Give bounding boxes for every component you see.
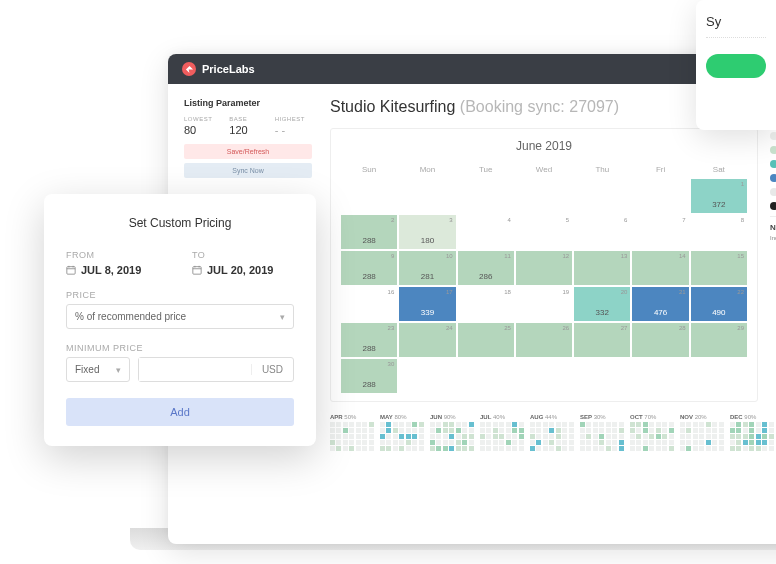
calendar-cell[interactable] [632, 359, 688, 393]
calendar-cell[interactable]: 28 [632, 323, 688, 357]
lowest-value[interactable]: 80 [184, 124, 221, 136]
calendar-day-head: Tue [458, 163, 514, 176]
mini-month-grid [480, 422, 524, 451]
from-date-value: JUL 8, 2019 [81, 264, 141, 276]
calendar-cell[interactable]: 10281 [399, 251, 455, 285]
calendar-cell[interactable] [341, 179, 397, 213]
min-price-type-select[interactable]: Fixed ▾ [66, 357, 130, 382]
currency-label: USD [251, 364, 293, 375]
listing-sync-id: (Booking sync: 27097) [460, 98, 619, 115]
base-label: BASE [229, 116, 266, 122]
mini-month-grid [380, 422, 424, 451]
calendar-cell[interactable]: 21476 [632, 287, 688, 321]
calendar-day-head: Thu [574, 163, 630, 176]
calendar-cell[interactable]: 4 [458, 215, 514, 249]
calendar-cell[interactable]: 20332 [574, 287, 630, 321]
legend-dot-icon [770, 132, 776, 140]
svg-rect-4 [193, 267, 201, 275]
calendar-cell[interactable]: 17339 [399, 287, 455, 321]
calendar-cell[interactable]: 8 [691, 215, 747, 249]
calendar-cell[interactable] [399, 179, 455, 213]
calendar-cell[interactable]: 5 [516, 215, 572, 249]
calendar-cell[interactable]: 26 [516, 323, 572, 357]
chevron-down-icon: ▾ [116, 365, 121, 375]
min-price-label: MINIMUM PRICE [66, 343, 294, 353]
calendar-month: June 2019 [341, 139, 747, 153]
mini-month[interactable]: SEP 30% [580, 414, 624, 451]
mini-month-header: AUG 44% [530, 414, 574, 420]
calendar-cell[interactable]: 11286 [458, 251, 514, 285]
from-label: FROM [66, 250, 168, 260]
calendar-cell[interactable] [516, 359, 572, 393]
mini-month[interactable]: DEC 90% [730, 414, 774, 451]
sync-now-button[interactable]: Sync Now [184, 163, 312, 178]
calendar-cell[interactable]: 18 [458, 287, 514, 321]
divider [706, 37, 766, 38]
add-button[interactable]: Add [66, 398, 294, 426]
calendar-cell[interactable] [632, 179, 688, 213]
calendar-cell[interactable]: 24 [399, 323, 455, 357]
calendar-cell[interactable] [691, 359, 747, 393]
calendar-cell[interactable]: 27 [574, 323, 630, 357]
calendar-cell[interactable] [458, 359, 514, 393]
mini-month-header: JUN 90% [430, 414, 474, 420]
mini-month[interactable]: APR 50% [330, 414, 374, 451]
legend-item: All [770, 202, 776, 210]
calendar-cell[interactable]: 7 [632, 215, 688, 249]
legend-dot-icon [770, 146, 776, 154]
price-select-value: % of recommended price [75, 311, 186, 322]
from-date-field[interactable]: JUL 8, 2019 [66, 264, 168, 276]
calendar-cell[interactable]: 2288 [341, 215, 397, 249]
calendar-cell[interactable]: 3180 [399, 215, 455, 249]
brand-name: PriceLabs [202, 63, 255, 75]
calendar-cell[interactable]: 30288 [341, 359, 397, 393]
mini-months-row: APR 50%MAY 80%JUN 90%JUL 40%AUG 44%SEP 3… [330, 414, 776, 451]
min-price-input[interactable] [139, 358, 251, 381]
mini-month[interactable]: OCT 70% [630, 414, 674, 451]
calendar-cell[interactable]: 6 [574, 215, 630, 249]
mini-month-header: JUL 40% [480, 414, 524, 420]
calendar-cell[interactable]: 9288 [341, 251, 397, 285]
legend-item: Go [770, 160, 776, 168]
calendar-cell[interactable] [458, 179, 514, 213]
highest-value[interactable]: - - [275, 124, 312, 136]
calendar-cell[interactable] [574, 359, 630, 393]
calendar: June 2019 SunMonTueWedThuFriSat 13722288… [330, 128, 758, 402]
calendar-cell[interactable]: 12 [516, 251, 572, 285]
base-value[interactable]: 120 [229, 124, 266, 136]
calendar-icon [66, 265, 76, 275]
mini-month-header: MAY 80% [380, 414, 424, 420]
legend: LoNoGoStUnAll Notes Increase Chr [770, 128, 776, 402]
mini-month-header: APR 50% [330, 414, 374, 420]
mini-month-grid [530, 422, 574, 451]
mini-month-header: DEC 90% [730, 414, 774, 420]
calendar-cell[interactable] [399, 359, 455, 393]
calendar-day-head: Wed [516, 163, 572, 176]
calendar-cell[interactable]: 29 [691, 323, 747, 357]
calendar-cell[interactable]: 14 [632, 251, 688, 285]
highest-label: HIGHEST [275, 116, 312, 122]
calendar-cell[interactable]: 15 [691, 251, 747, 285]
green-pill-button[interactable] [706, 54, 766, 78]
calendar-cell[interactable]: 25 [458, 323, 514, 357]
calendar-cell[interactable]: 13 [574, 251, 630, 285]
mini-month-grid [330, 422, 374, 451]
mini-month[interactable]: NOV 20% [680, 414, 724, 451]
calendar-cell[interactable]: 1372 [691, 179, 747, 213]
calendar-cell[interactable]: 16 [341, 287, 397, 321]
to-label: TO [192, 250, 294, 260]
to-date-field[interactable]: JUL 20, 2019 [192, 264, 294, 276]
calendar-cell[interactable] [516, 179, 572, 213]
calendar-cell[interactable]: 23288 [341, 323, 397, 357]
save-refresh-button[interactable]: Save/Refresh [184, 144, 312, 159]
brand: PriceLabs [182, 62, 255, 76]
calendar-grid[interactable]: 1372228831804567892881028111286121314151… [341, 179, 747, 393]
mini-month[interactable]: MAY 80% [380, 414, 424, 451]
mini-month[interactable]: AUG 44% [530, 414, 574, 451]
calendar-cell[interactable]: 19 [516, 287, 572, 321]
calendar-cell[interactable]: 22490 [691, 287, 747, 321]
price-select[interactable]: % of recommended price ▾ [66, 304, 294, 329]
mini-month[interactable]: JUL 40% [480, 414, 524, 451]
calendar-cell[interactable] [574, 179, 630, 213]
mini-month[interactable]: JUN 90% [430, 414, 474, 451]
